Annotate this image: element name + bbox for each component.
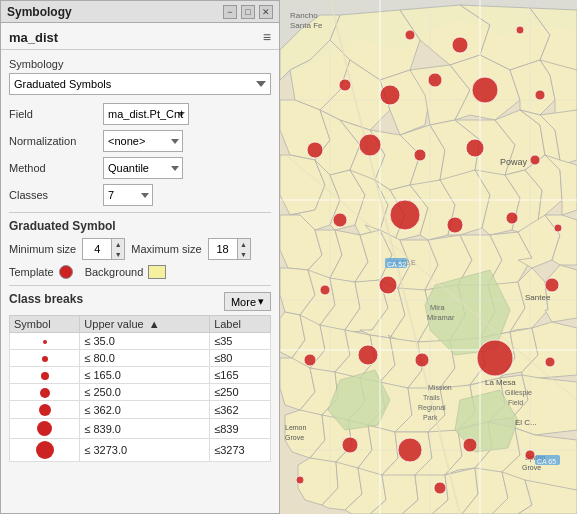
svg-point-156 — [304, 354, 316, 366]
panel-body: Symbology Graduated Symbols Field ma_dis… — [1, 50, 279, 513]
close-button[interactable]: ✕ — [259, 5, 273, 19]
label-cell: ≤362 — [210, 401, 271, 419]
svg-point-141 — [472, 77, 498, 103]
minimize-button[interactable]: − — [223, 5, 237, 19]
table-row[interactable]: ≤ 362.0≤362 — [10, 401, 271, 419]
class-breaks-table: Symbol Upper value ▲ Label ≤ 35.0≤35≤ 80… — [9, 315, 271, 462]
symbol-cell — [10, 419, 80, 439]
method-select[interactable]: Quantile — [103, 157, 183, 179]
svg-point-151 — [506, 212, 518, 224]
svg-point-158 — [415, 353, 429, 367]
svg-text:Trails: Trails — [423, 394, 440, 401]
max-size-input[interactable]: 18 — [209, 239, 237, 259]
svg-point-159 — [477, 340, 513, 376]
background-label: Background — [85, 266, 144, 278]
table-row[interactable]: ≤ 839.0≤839 — [10, 419, 271, 439]
symbology-select[interactable]: Graduated Symbols — [9, 73, 271, 95]
svg-point-160 — [545, 357, 555, 367]
field-label: Field — [9, 108, 99, 120]
upper-value-cell: ≤ 165.0 — [80, 367, 210, 384]
field-select[interactable]: ma_dist.Pt_Cnt — [103, 103, 189, 125]
svg-point-136 — [452, 37, 468, 53]
symbol-cell — [10, 401, 80, 419]
col-symbol: Symbol — [10, 316, 80, 333]
field-row: Field ma_dist.Pt_Cnt — [9, 103, 271, 125]
svg-text:CA 52: CA 52 — [387, 261, 406, 268]
max-size-spinner: ▲ ▼ — [237, 239, 250, 259]
min-size-down[interactable]: ▼ — [112, 249, 124, 259]
max-size-down[interactable]: ▼ — [238, 249, 250, 259]
normalization-row: Normalization <none> — [9, 130, 271, 152]
upper-value-cell: ≤ 839.0 — [80, 419, 210, 439]
map-area: Poway Santee La Mesa El C... Spring Grov… — [280, 0, 577, 514]
classbreaks-header: Class breaks More ▾ — [9, 292, 271, 311]
panel-header: ma_dist ≡ — [1, 23, 279, 50]
svg-point-148 — [333, 213, 347, 227]
table-row[interactable]: ≤ 250.0≤250 — [10, 384, 271, 401]
svg-point-157 — [358, 345, 378, 365]
svg-point-161 — [342, 437, 358, 453]
panel-title: Symbology — [7, 5, 72, 19]
background-item: Background — [85, 265, 167, 279]
symbol-cell — [10, 439, 80, 462]
template-background-row: Template Background — [9, 265, 271, 279]
svg-point-153 — [320, 285, 330, 295]
svg-text:Santa Fe: Santa Fe — [290, 21, 323, 30]
label-cell: ≤3273 — [210, 439, 271, 462]
svg-text:CA 65: CA 65 — [537, 458, 556, 465]
svg-point-138 — [339, 79, 351, 91]
svg-point-147 — [530, 155, 540, 165]
symbol-cell — [10, 367, 80, 384]
table-row[interactable]: ≤ 80.0≤80 — [10, 350, 271, 367]
col-upper-value: Upper value ▲ — [80, 316, 210, 333]
svg-text:Santee: Santee — [525, 293, 551, 302]
normalization-label: Normalization — [9, 135, 99, 147]
svg-point-137 — [516, 26, 524, 34]
upper-value-cell: ≤ 362.0 — [80, 401, 210, 419]
svg-point-162 — [398, 438, 422, 462]
menu-icon[interactable]: ≡ — [263, 29, 271, 45]
table-row[interactable]: ≤ 35.0≤35 — [10, 333, 271, 350]
class-breaks-title: Class breaks — [9, 292, 83, 306]
divider-2 — [9, 285, 271, 286]
more-button[interactable]: More ▾ — [224, 292, 271, 311]
svg-point-142 — [535, 90, 545, 100]
svg-point-149 — [390, 200, 420, 230]
panel-titlebar: Symbology − □ ✕ — [1, 1, 279, 23]
svg-point-150 — [447, 217, 463, 233]
svg-text:Rancho: Rancho — [290, 11, 318, 20]
svg-point-154 — [379, 276, 397, 294]
svg-point-163 — [463, 438, 477, 452]
svg-point-139 — [380, 85, 400, 105]
svg-text:Lemon: Lemon — [285, 424, 307, 431]
table-row[interactable]: ≤ 3273.0≤3273 — [10, 439, 271, 462]
min-size-up[interactable]: ▲ — [112, 239, 124, 249]
svg-point-152 — [554, 224, 562, 232]
svg-point-143 — [307, 142, 323, 158]
svg-text:Mission: Mission — [428, 384, 452, 391]
symbol-cell — [10, 350, 80, 367]
sort-icon[interactable]: ▲ — [149, 318, 160, 330]
restore-button[interactable]: □ — [241, 5, 255, 19]
background-swatch[interactable] — [148, 265, 166, 279]
symbol-cell — [10, 384, 80, 401]
svg-text:Poway: Poway — [500, 157, 528, 167]
svg-text:Field: Field — [508, 399, 523, 406]
min-size-input[interactable]: 4 — [83, 239, 111, 259]
max-size-input-wrap: 18 ▲ ▼ — [208, 238, 251, 260]
classes-select[interactable]: 7 — [103, 184, 153, 206]
label-cell: ≤80 — [210, 350, 271, 367]
table-row[interactable]: ≤ 165.0≤165 — [10, 367, 271, 384]
max-size-label: Maximum size — [131, 243, 201, 255]
svg-point-155 — [545, 278, 559, 292]
titlebar-controls: − □ ✕ — [223, 5, 273, 19]
method-row: Method Quantile — [9, 157, 271, 179]
normalization-select[interactable]: <none> — [103, 130, 183, 152]
svg-text:Miramar: Miramar — [427, 313, 455, 322]
template-symbol[interactable] — [59, 265, 73, 279]
svg-text:Park: Park — [423, 414, 438, 421]
max-size-up[interactable]: ▲ — [238, 239, 250, 249]
symbology-panel: Symbology − □ ✕ ma_dist ≡ Symbology Grad… — [0, 0, 280, 514]
upper-value-cell: ≤ 35.0 — [80, 333, 210, 350]
classes-label: Classes — [9, 189, 99, 201]
